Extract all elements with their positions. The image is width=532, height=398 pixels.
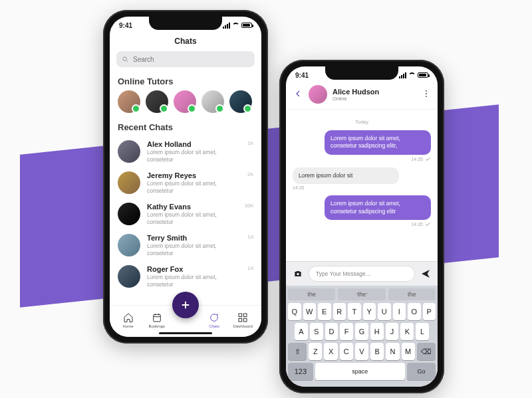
chat-preview: Lorem ipsum dolor sit amet, consetetur [147, 243, 241, 257]
suggestion[interactable]: the [288, 288, 335, 300]
message-meta: 14:20 [293, 221, 431, 227]
battery-icon [418, 72, 428, 78]
message-thread[interactable]: Today Lorem ipsum dolor sit amet, conset… [286, 110, 438, 261]
contact-name: Alice Hudson [332, 88, 379, 96]
numbers-key[interactable]: 123 [288, 363, 313, 380]
chat-time: 1d [247, 265, 253, 271]
shift-key[interactable]: ⇧ [288, 343, 307, 360]
backspace-key[interactable]: ⌫ [417, 343, 436, 360]
check-icon [425, 156, 431, 162]
key[interactable]: G [355, 323, 368, 340]
new-chat-button[interactable] [172, 292, 199, 318]
key[interactable]: F [340, 323, 353, 340]
avatar [118, 90, 140, 113]
chat-row[interactable]: Roger Fox Lorem ipsum dolor sit amet, co… [118, 261, 253, 292]
avatar [118, 171, 140, 194]
phone-frame-conversation: 9:41 Alice Hudson Online Today Lorem ips… [279, 60, 444, 393]
suggestion[interactable]: the [388, 288, 436, 300]
message-composer: Type Your Message… [286, 261, 438, 286]
recent-chats-header: Recent Chats [110, 120, 261, 136]
key[interactable]: T [348, 303, 361, 320]
message-received[interactable]: Lorem ipsum dolor sit [293, 167, 399, 184]
chat-preview: Lorem ipsum dolor sit amet, consetetur [147, 211, 238, 226]
key[interactable]: K [400, 323, 414, 340]
space-key[interactable]: space [315, 363, 405, 380]
avatar [118, 203, 140, 225]
key[interactable]: X [324, 343, 337, 360]
tutor-avatar[interactable] [118, 90, 140, 113]
key[interactable]: J [386, 323, 399, 340]
key[interactable]: V [355, 343, 368, 360]
key[interactable]: M [402, 343, 415, 360]
tutor-avatar[interactable] [146, 90, 168, 113]
chat-row[interactable]: Alex Holland Lorem ipsum dolor sit amet,… [118, 136, 253, 167]
tab-label: Dashboard [233, 324, 253, 328]
tab-dashboard[interactable]: Dashboard [229, 312, 256, 328]
send-icon[interactable] [420, 268, 431, 279]
keyboard-row: ⇧ Z X C V B N M ⌫ [288, 343, 436, 360]
key[interactable]: O [408, 303, 421, 320]
message-input[interactable]: Type Your Message… [309, 266, 415, 282]
camera-icon[interactable] [293, 269, 303, 278]
avatar [229, 90, 252, 113]
message-sent[interactable]: Lorem ipsum dolor sit amet, consetetur s… [325, 195, 431, 220]
message-sent[interactable]: Lorem ipsum dolor sit amet, consetetur s… [325, 130, 431, 155]
back-button[interactable] [293, 88, 303, 100]
chat-preview: Lorem ipsum dolor sit amet, consetetur [147, 274, 241, 288]
key[interactable]: E [318, 303, 331, 320]
recent-chats-list: Alex Holland Lorem ipsum dolor sit amet,… [110, 136, 261, 292]
key[interactable]: N [386, 343, 399, 360]
home-indicator[interactable] [159, 332, 212, 334]
key[interactable]: B [370, 343, 384, 360]
emoji-icon[interactable] [293, 385, 304, 387]
signal-icon [399, 72, 406, 78]
search-field[interactable] [116, 51, 255, 67]
tab-bookings[interactable]: Bookings [144, 312, 170, 328]
key[interactable]: I [393, 303, 406, 320]
more-button[interactable] [422, 89, 431, 100]
notch [325, 66, 398, 80]
tab-chats[interactable]: Chats [201, 312, 227, 328]
chat-row[interactable]: Terry Smith Lorem ipsum dolor sit amet, … [118, 230, 253, 261]
key[interactable]: Q [288, 303, 301, 320]
key[interactable]: H [370, 323, 384, 340]
microphone-icon[interactable] [420, 385, 430, 387]
key[interactable]: Z [309, 343, 322, 360]
avatar[interactable] [309, 85, 327, 104]
key[interactable]: R [333, 303, 346, 320]
tab-label: Bookings [148, 324, 165, 328]
online-tutors-list [110, 90, 261, 120]
day-divider: Today [293, 116, 431, 130]
svg-rect-9 [244, 314, 247, 317]
tutor-avatar[interactable] [174, 90, 196, 113]
svg-point-14 [426, 96, 427, 97]
tab-home[interactable]: Home [115, 312, 142, 328]
key[interactable]: D [325, 323, 338, 340]
signal-icon [223, 23, 230, 29]
key[interactable]: L [416, 323, 429, 340]
key[interactable]: U [378, 303, 391, 320]
svg-point-12 [426, 90, 427, 92]
key[interactable]: W [303, 303, 317, 320]
more-vertical-icon [422, 89, 431, 98]
search-input[interactable] [133, 56, 249, 63]
key[interactable]: P [423, 303, 436, 320]
svg-line-1 [126, 60, 128, 61]
notch [149, 17, 222, 30]
search-icon [122, 56, 129, 63]
chat-row[interactable]: Jeremy Reyes Lorem ipsum dolor sit amet,… [118, 167, 253, 199]
key[interactable]: A [295, 323, 308, 340]
svg-point-13 [426, 93, 427, 94]
go-key[interactable]: Go [407, 363, 436, 380]
key[interactable]: C [340, 343, 353, 360]
svg-rect-4 [153, 314, 160, 322]
avatar [146, 90, 168, 113]
key[interactable]: S [310, 323, 323, 340]
chat-row[interactable]: Kathy Evans Lorem ipsum dolor sit amet, … [118, 199, 253, 230]
key[interactable]: Y [363, 303, 376, 320]
tutor-avatar[interactable] [201, 90, 224, 113]
tutor-avatar[interactable] [229, 90, 252, 113]
avatar [174, 90, 196, 113]
online-tutors-header: Online Tutors [110, 74, 261, 90]
suggestion[interactable]: the [338, 288, 385, 300]
